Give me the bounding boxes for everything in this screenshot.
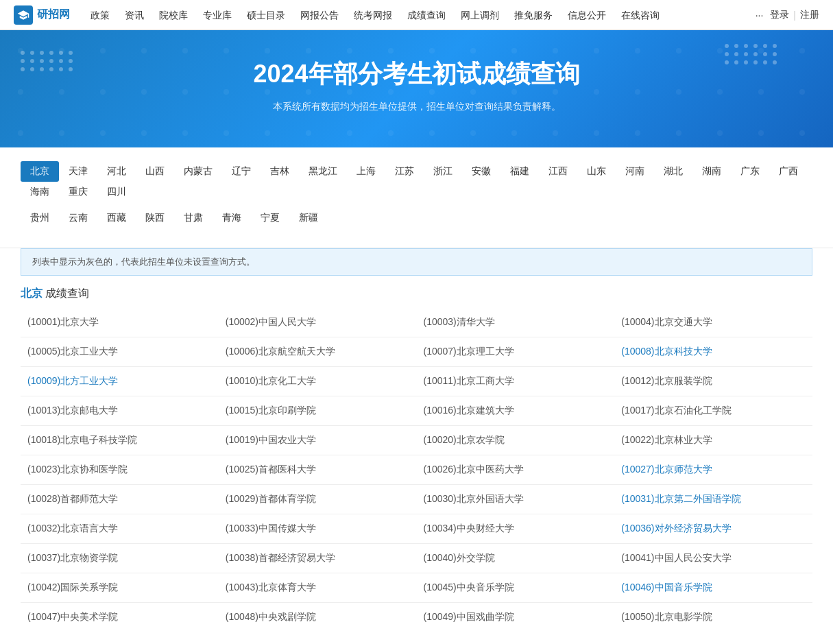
login-link[interactable]: 登录 <box>770 9 789 21</box>
uni-cell-10018: (10018)北京电子科技学院 <box>21 426 219 455</box>
region-tab-宁夏[interactable]: 宁夏 <box>251 208 289 228</box>
hero-subtitle: 本系统所有数据均为招生单位提供，招生单位对查询结果负责解释。 <box>14 101 819 113</box>
region-tab-贵州[interactable]: 贵州 <box>21 208 59 228</box>
region-tab-广东[interactable]: 广东 <box>731 161 769 182</box>
region-tab-河南[interactable]: 河南 <box>616 161 654 182</box>
uni-link-10009[interactable]: (10009)北方工业大学 <box>27 375 118 386</box>
region-tab-海南[interactable]: 海南 <box>21 182 59 202</box>
region-tab-山东[interactable]: 山东 <box>577 161 616 182</box>
nav-item-master-catalog[interactable]: 硕士目录 <box>240 0 292 30</box>
region-tab-湖北[interactable]: 湖北 <box>654 161 692 182</box>
region-tab-重庆[interactable]: 重庆 <box>59 182 97 202</box>
region-tab-湖南[interactable]: 湖南 <box>692 161 731 182</box>
uni-cell-10050: (10050)北京电影学院 <box>614 603 812 632</box>
uni-cell-10008[interactable]: (10008)北京科技大学 <box>614 337 812 367</box>
region-tab-甘肃[interactable]: 甘肃 <box>174 208 213 228</box>
region-tab-安徽[interactable]: 安徽 <box>462 161 500 182</box>
nav-item-school-db[interactable]: 院校库 <box>152 0 195 30</box>
uni-cell-10033: (10033)中国传媒大学 <box>219 514 417 544</box>
logo-icon <box>14 5 33 25</box>
table-row: (10005)北京工业大学(10006)北京航空航天大学(10007)北京理工大… <box>21 337 812 367</box>
region-tab-陕西[interactable]: 陕西 <box>136 208 174 228</box>
region-tab-上海[interactable]: 上海 <box>347 161 385 182</box>
uni-cell-10043: (10043)北京体育大学 <box>219 573 417 603</box>
uni-cell-10015: (10015)北京印刷学院 <box>219 396 417 426</box>
uni-cell-10030: (10030)北京外国语大学 <box>417 485 615 514</box>
uni-cell-10023: (10023)北京协和医学院 <box>21 455 219 485</box>
nav-item-policy[interactable]: 政策 <box>84 0 117 30</box>
nav-item-score-query[interactable]: 成绩查询 <box>400 0 452 30</box>
table-row: (10018)北京电子科技学院(10019)中国农业大学(10020)北京农学院… <box>21 426 812 455</box>
region-tab-江西[interactable]: 江西 <box>539 161 577 182</box>
table-row: (10037)北京物资学院(10038)首都经济贸易大学(10040)外交学院(… <box>21 544 812 573</box>
region-tab-内蒙古[interactable]: 内蒙古 <box>174 161 222 182</box>
uni-cell-10032: (10032)北京语言大学 <box>21 514 219 544</box>
nav-item-online-transfer[interactable]: 网上调剂 <box>454 0 506 30</box>
uni-cell-10019: (10019)中国农业大学 <box>219 426 417 455</box>
nav-item-info-open[interactable]: 信息公开 <box>561 0 613 30</box>
table-row: (10042)国际关系学院(10043)北京体育大学(10045)中央音乐学院(… <box>21 573 812 603</box>
region-tab-云南[interactable]: 云南 <box>59 208 97 228</box>
region-tab-四川[interactable]: 四川 <box>97 182 136 202</box>
region-tab-新疆[interactable]: 新疆 <box>289 208 328 228</box>
table-row: (10009)北方工业大学(10010)北京化工大学(10011)北京工商大学(… <box>21 367 812 396</box>
uni-link-10027[interactable]: (10027)北京师范大学 <box>621 464 712 475</box>
uni-cell-10048: (10048)中央戏剧学院 <box>219 603 417 632</box>
uni-cell-10026: (10026)北京中医药大学 <box>417 455 615 485</box>
nav-more[interactable]: ··· <box>749 0 771 30</box>
site-logo[interactable]: 研招网 <box>14 5 70 25</box>
region-tab-浙江[interactable]: 浙江 <box>424 161 462 182</box>
uni-cell-10003: (10003)清华大学 <box>417 308 615 337</box>
uni-cell-10005: (10005)北京工业大学 <box>21 337 219 367</box>
region-tab-山西[interactable]: 山西 <box>136 161 174 182</box>
register-link[interactable]: 注册 <box>800 9 819 21</box>
uni-cell-10007: (10007)北京理工大学 <box>417 337 615 367</box>
table-row: (10001)北京大学(10002)中国人民大学(10003)清华大学(1000… <box>21 308 812 337</box>
nav-item-unified-exam[interactable]: 统考网报 <box>347 0 399 30</box>
region-tab-西藏[interactable]: 西藏 <box>97 208 136 228</box>
region-tab-辽宁[interactable]: 辽宁 <box>222 161 261 182</box>
logo-text: 研招网 <box>37 8 70 22</box>
uni-cell-10040: (10040)外交学院 <box>417 544 615 573</box>
section-title-suffix: 成绩查询 <box>45 287 89 299</box>
region-tab-黑龙江[interactable]: 黑龙江 <box>299 161 347 182</box>
uni-link-10008[interactable]: (10008)北京科技大学 <box>621 346 712 357</box>
uni-cell-10006: (10006)北京航空航天大学 <box>219 337 417 367</box>
nav-item-major-db[interactable]: 专业库 <box>196 0 239 30</box>
nav-item-news[interactable]: 资讯 <box>118 0 151 30</box>
nav-item-exemption[interactable]: 推免服务 <box>507 0 559 30</box>
uni-cell-10034: (10034)中央财经大学 <box>417 514 615 544</box>
uni-link-10046[interactable]: (10046)中国音乐学院 <box>621 582 712 593</box>
region-tab-天津[interactable]: 天津 <box>59 161 97 182</box>
university-table: (10001)北京大学(10002)中国人民大学(10003)清华大学(1000… <box>21 308 812 632</box>
region-tab-福建[interactable]: 福建 <box>500 161 539 182</box>
region-tab-北京[interactable]: 北京 <box>21 161 59 182</box>
uni-cell-10036[interactable]: (10036)对外经济贸易大学 <box>614 514 812 544</box>
uni-cell-10049: (10049)中国戏曲学院 <box>417 603 615 632</box>
uni-link-10036[interactable]: (10036)对外经济贸易大学 <box>621 523 731 534</box>
uni-cell-10046[interactable]: (10046)中国音乐学院 <box>614 573 812 603</box>
info-box: 列表中显示为灰色的，代表此招生单位未设置查询方式。 <box>21 248 812 276</box>
nav-item-online-consult[interactable]: 在线咨询 <box>614 0 666 30</box>
hero-title: 2024年部分考生初试成绩查询 <box>14 58 819 91</box>
uni-cell-10002: (10002)中国人民大学 <box>219 308 417 337</box>
uni-cell-10031[interactable]: (10031)北京第二外国语学院 <box>614 485 812 514</box>
table-row: (10047)中央美术学院(10048)中央戏剧学院(10049)中国戏曲学院(… <box>21 603 812 632</box>
uni-cell-10004: (10004)北京交通大学 <box>614 308 812 337</box>
nav-item-online-notice[interactable]: 网报公告 <box>293 0 346 30</box>
region-tab-广西[interactable]: 广西 <box>769 161 808 182</box>
region-tab-青海[interactable]: 青海 <box>213 208 251 228</box>
region-tab-江苏[interactable]: 江苏 <box>385 161 424 182</box>
table-row: (10028)首都师范大学(10029)首都体育学院(10030)北京外国语大学… <box>21 485 812 514</box>
region-tab-吉林[interactable]: 吉林 <box>261 161 299 182</box>
table-row: (10013)北京邮电大学(10015)北京印刷学院(10016)北京建筑大学(… <box>21 396 812 426</box>
uni-cell-10009[interactable]: (10009)北方工业大学 <box>21 367 219 396</box>
hero-banner: 2024年部分考生初试成绩查询 本系统所有数据均为招生单位提供，招生单位对查询结… <box>0 30 833 147</box>
auth-separator: | <box>793 10 796 21</box>
main-content: 列表中显示为灰色的，代表此招生单位未设置查询方式。 北京 成绩查询 (10001… <box>0 248 833 644</box>
uni-cell-10027[interactable]: (10027)北京师范大学 <box>614 455 812 485</box>
uni-cell-10011: (10011)北京工商大学 <box>417 367 615 396</box>
region-tab-河北[interactable]: 河北 <box>97 161 136 182</box>
region-row-2: 贵州云南西藏陕西甘肃青海宁夏新疆 <box>21 208 812 228</box>
uni-link-10031[interactable]: (10031)北京第二外国语学院 <box>621 493 740 504</box>
